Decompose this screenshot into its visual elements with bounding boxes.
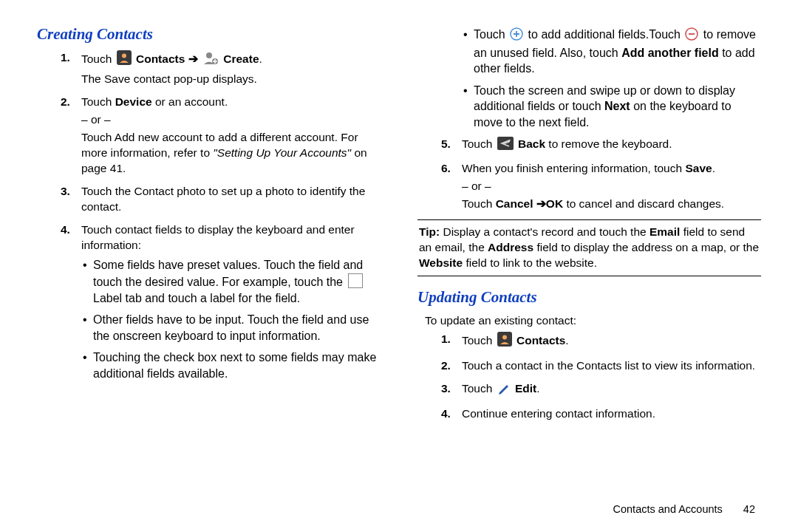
text: Touch <box>462 197 496 210</box>
contacts-label: Contacts <box>516 334 565 347</box>
text: Touch CancelOK to cancel and discard cha… <box>462 197 761 212</box>
bullet-swipe-next: Touch the screen and swipe up or down to… <box>462 83 761 131</box>
edit-icon <box>497 381 511 399</box>
updating-steps-list: 1. Touch Contacts. 2. Touch a contact in… <box>441 332 761 422</box>
tip-label: Tip: <box>419 225 440 238</box>
address-label: Address <box>488 241 533 253</box>
step-1: 1. Touch Contacts Create. The Save conta… <box>61 50 381 87</box>
text: to cancel and discard changes. <box>563 197 724 210</box>
text: Touch <box>462 382 496 395</box>
heading-creating-contacts: Creating Contacts <box>37 24 381 44</box>
step-4: 4. Touch contact fields to display the k… <box>61 222 381 382</box>
text: Display a contact's record and touch the <box>440 225 649 238</box>
step-6: 6. When you finish entering information,… <box>441 161 761 212</box>
text: field to link to the website. <box>463 256 597 269</box>
create-label: Create <box>223 52 259 65</box>
ok-label: OK <box>546 197 563 210</box>
text: When you finish entering information, to… <box>462 162 685 174</box>
heading-updating-contacts: Updating Contacts <box>417 287 761 307</box>
minus-icon <box>685 27 698 45</box>
or-divider: – or – <box>462 179 761 194</box>
text: Touch Add new account to add a different… <box>81 130 381 177</box>
edit-label: Edit <box>515 382 536 395</box>
bullet-preset-values: Some fields have preset values. Touch th… <box>81 257 381 306</box>
step4-bullets-cont: Touch to add additional fields.Touch to … <box>462 27 761 131</box>
text: . <box>712 162 715 174</box>
page-number: 42 <box>743 503 755 515</box>
create-icon <box>202 50 219 69</box>
text: Touch <box>462 137 496 150</box>
svg-point-8 <box>502 335 507 340</box>
intro-text: To update an existing contact: <box>425 313 761 329</box>
update-step-3: 3. Touch Edit. <box>441 381 761 399</box>
update-step-4: 4. Continue entering contact information… <box>441 406 761 422</box>
left-column: Creating Contacts 1. Touch Contacts Crea… <box>37 22 381 495</box>
ref-link: "Setting Up Your Accounts" <box>213 146 351 159</box>
creating-steps-cont: 5. Touch Back to remove the keyboard. 6.… <box>441 137 761 213</box>
text: Touch the Contact photo to set up a phot… <box>81 185 365 213</box>
page-columns: Creating Contacts 1. Touch Contacts Crea… <box>37 22 761 495</box>
step-2: 2. Touch Device or an account. – or – To… <box>61 95 381 177</box>
next-label: Next <box>604 100 630 112</box>
text: The Save contact pop-up displays. <box>81 72 381 87</box>
back-label: Back <box>518 137 545 150</box>
website-label: Website <box>419 256 463 269</box>
step-5: 5. Touch Back to remove the keyboard. <box>441 137 761 154</box>
text: to add additional fields.Touch <box>528 28 684 41</box>
text: Touch <box>81 52 115 65</box>
text: or an account. <box>152 95 228 108</box>
svg-point-2 <box>206 52 212 58</box>
contacts-icon <box>497 332 512 351</box>
contacts-label: Contacts <box>136 52 185 65</box>
arrow-icon <box>533 197 546 210</box>
right-column: Touch to add additional fields.Touch to … <box>417 22 761 495</box>
bullet-input-fields: Other fields have to be input. Touch the… <box>81 312 381 344</box>
creating-steps-list: 1. Touch Contacts Create. The Save conta… <box>61 50 381 381</box>
text: Touch <box>474 28 508 41</box>
save-label: Save <box>685 162 712 174</box>
plus-icon <box>510 27 523 45</box>
update-step-1: 1. Touch Contacts. <box>441 332 761 351</box>
update-step-2: 2. Touch a contact in the Contacts list … <box>441 358 761 374</box>
text: . <box>536 382 539 395</box>
tip-box: Tip: Display a contact's record and touc… <box>417 219 761 276</box>
text: Continue entering contact information. <box>462 407 655 420</box>
text: field to display the address on a map, o… <box>533 241 759 253</box>
text: Touch <box>462 334 496 347</box>
bullet-add-remove-fields: Touch to add additional fields.Touch to … <box>462 27 761 77</box>
text: Label tab and touch a label for the fiel… <box>93 292 300 304</box>
text: . <box>259 52 262 65</box>
page-footer: Contacts and Accounts 42 <box>37 502 761 517</box>
step4-bullets: Some fields have preset values. Touch th… <box>81 257 381 381</box>
device-label: Device <box>115 95 152 108</box>
text: Some fields have preset values. Touch th… <box>93 259 363 288</box>
footer-section: Contacts and Accounts <box>613 503 723 515</box>
email-label: Email <box>649 225 680 238</box>
text: Touch contact fields to display the keyb… <box>81 223 355 251</box>
step-3: 3. Touch the Contact photo to set up a p… <box>61 184 381 215</box>
bullet-checkbox: Touching the check box next to some fiel… <box>81 349 381 381</box>
or-divider: – or – <box>81 112 381 128</box>
back-icon <box>497 137 514 154</box>
cancel-label: Cancel <box>496 197 533 210</box>
contacts-icon <box>117 50 132 69</box>
label-tab-icon <box>348 273 363 288</box>
text: Touch <box>81 95 115 108</box>
add-another-field-label: Add another field <box>621 47 719 59</box>
arrow-icon <box>188 52 198 65</box>
text: Touch a contact in the Contacts list to … <box>462 359 755 372</box>
text: to remove the keyboard. <box>545 137 672 150</box>
svg-point-1 <box>122 54 126 58</box>
text: . <box>565 334 568 347</box>
